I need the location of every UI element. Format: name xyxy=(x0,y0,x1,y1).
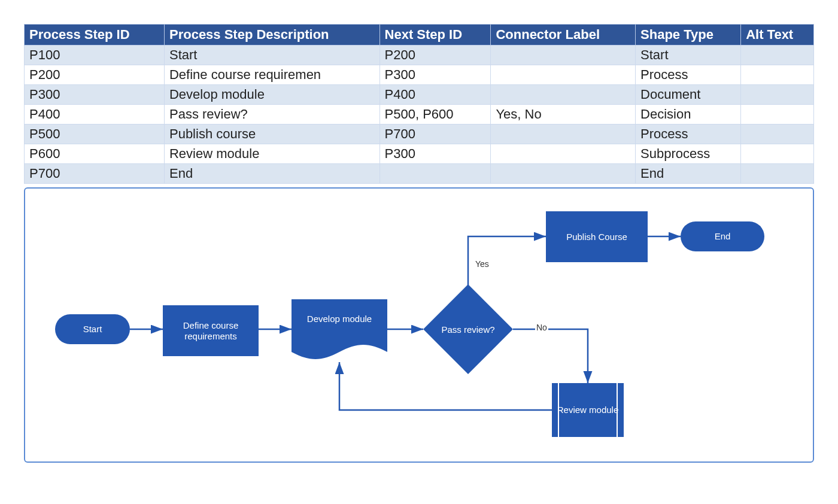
cell-shape: Process xyxy=(636,65,741,85)
cell-desc: Develop module xyxy=(164,85,379,105)
node-review-module: Review module xyxy=(552,383,624,437)
table-row: P300 Develop module P400 Document xyxy=(25,85,814,105)
cell-desc: Define course requiremen xyxy=(164,65,379,85)
cell-alt xyxy=(741,164,814,184)
flowchart-canvas: Yes No Start Define course requirements … xyxy=(24,187,814,463)
cell-id: P200 xyxy=(25,65,165,85)
table-row: P400 Pass review? P500, P600 Yes, No Dec… xyxy=(25,105,814,125)
col-shape-type: Shape Type xyxy=(636,25,741,45)
cell-next xyxy=(379,164,491,184)
node-label: Pass review? xyxy=(423,293,513,365)
edge-label-no: No xyxy=(535,323,548,332)
cell-next: P700 xyxy=(379,125,491,144)
cell-id: P500 xyxy=(25,125,165,144)
cell-alt xyxy=(741,65,814,85)
table-row: P100 Start P200 Start xyxy=(25,45,814,65)
cell-conn xyxy=(491,65,636,85)
cell-shape: Subprocess xyxy=(636,144,741,164)
connector-no xyxy=(513,329,588,383)
cell-conn xyxy=(491,164,636,184)
table-row: P600 Review module P300 Subprocess xyxy=(25,144,814,164)
node-start: Start xyxy=(55,314,130,344)
cell-next: P400 xyxy=(379,85,491,105)
cell-alt xyxy=(741,125,814,144)
cell-id: P400 xyxy=(25,105,165,125)
table-row: P200 Define course requiremen P300 Proce… xyxy=(25,65,814,85)
cell-shape: Document xyxy=(636,85,741,105)
cell-id: P100 xyxy=(25,45,165,65)
cell-next: P500, P600 xyxy=(379,105,491,125)
cell-desc: Start xyxy=(164,45,379,65)
process-steps-table: Process Step ID Process Step Description… xyxy=(24,24,814,184)
node-label: Start xyxy=(83,324,102,335)
cell-alt xyxy=(741,45,814,65)
cell-alt xyxy=(741,144,814,164)
cell-desc: Publish course xyxy=(164,125,379,144)
node-pass-review-decision: Pass review? xyxy=(423,293,513,365)
cell-conn xyxy=(491,45,636,65)
cell-alt xyxy=(741,105,814,125)
cell-shape: End xyxy=(636,164,741,184)
connector-review-develop xyxy=(339,362,552,410)
cell-shape: Decision xyxy=(636,105,741,125)
cell-id: P300 xyxy=(25,85,165,105)
table-row: P700 End End xyxy=(25,164,814,184)
col-alt-text: Alt Text xyxy=(741,25,814,45)
table-header-row: Process Step ID Process Step Description… xyxy=(25,25,814,45)
node-label: Publish Course xyxy=(566,232,627,242)
node-label: End xyxy=(715,231,731,242)
col-process-step-id: Process Step ID xyxy=(25,25,165,45)
col-process-step-desc: Process Step Description xyxy=(164,25,379,45)
cell-desc: Review module xyxy=(164,144,379,164)
node-end: End xyxy=(681,221,764,251)
cell-alt xyxy=(741,85,814,105)
col-connector-label: Connector Label xyxy=(491,25,636,45)
node-label: Review module xyxy=(557,405,619,415)
cell-id: P600 xyxy=(25,144,165,164)
cell-desc: Pass review? xyxy=(164,105,379,125)
cell-shape: Start xyxy=(636,45,741,65)
cell-id: P700 xyxy=(25,164,165,184)
node-publish-course: Publish Course xyxy=(546,211,648,262)
node-define-requirements: Define course requirements xyxy=(163,305,259,356)
cell-next: P300 xyxy=(379,144,491,164)
cell-conn xyxy=(491,85,636,105)
cell-next: P300 xyxy=(379,65,491,85)
cell-desc: End xyxy=(164,164,379,184)
cell-shape: Process xyxy=(636,125,741,144)
col-next-step-id: Next Step ID xyxy=(379,25,491,45)
cell-conn: Yes, No xyxy=(491,105,636,125)
node-label: Develop module xyxy=(292,313,387,323)
cell-conn xyxy=(491,125,636,144)
edge-label-yes: Yes xyxy=(474,259,490,269)
cell-next: P200 xyxy=(379,45,491,65)
node-develop-module: Develop module xyxy=(292,299,387,362)
node-label: Define course requirements xyxy=(165,320,256,342)
cell-conn xyxy=(491,144,636,164)
table-row: P500 Publish course P700 Process xyxy=(25,125,814,144)
